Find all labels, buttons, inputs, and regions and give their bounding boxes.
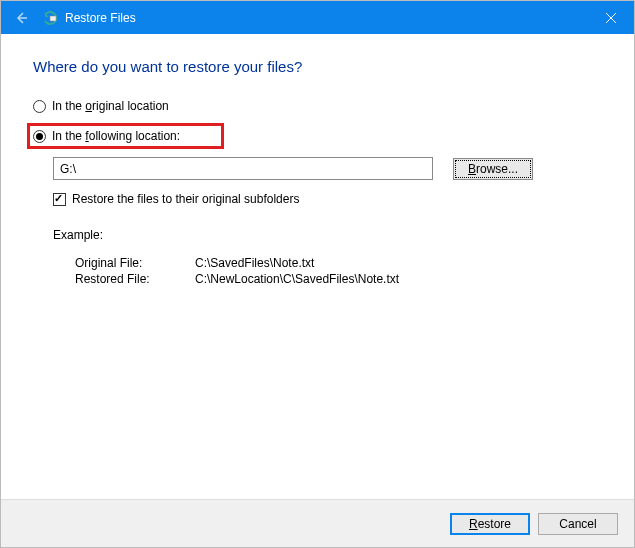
checkbox-label: Restore the files to their original subf… bbox=[72, 192, 299, 206]
original-file-value: C:\SavedFiles\Note.txt bbox=[195, 256, 604, 270]
svg-rect-1 bbox=[50, 16, 56, 21]
cancel-button[interactable]: Cancel bbox=[538, 513, 618, 535]
restored-file-label: Restored File: bbox=[75, 272, 195, 286]
footer: Restore Cancel bbox=[1, 499, 634, 547]
browse-button[interactable]: Browse... bbox=[453, 158, 533, 180]
restore-subfolders-checkbox[interactable]: Restore the files to their original subf… bbox=[53, 192, 604, 206]
restored-file-value: C:\NewLocation\C\SavedFiles\Note.txt bbox=[195, 272, 604, 286]
example-block: Example: Original File: C:\SavedFiles\No… bbox=[53, 228, 604, 286]
original-file-label: Original File: bbox=[75, 256, 195, 270]
radio-original-location[interactable]: In the original location bbox=[33, 99, 604, 113]
radio-following-location[interactable]: In the following location: bbox=[27, 123, 224, 149]
close-button[interactable] bbox=[588, 1, 634, 34]
restore-path-input[interactable] bbox=[53, 157, 433, 180]
back-arrow-icon[interactable] bbox=[13, 10, 29, 26]
titlebar: Restore Files bbox=[1, 1, 634, 34]
radio-label: In the original location bbox=[52, 99, 169, 113]
restore-button[interactable]: Restore bbox=[450, 513, 530, 535]
location-row: Browse... bbox=[53, 157, 604, 180]
restore-files-icon bbox=[43, 10, 59, 26]
content-area: Where do you want to restore your files?… bbox=[1, 34, 634, 286]
radio-label: In the following location: bbox=[52, 129, 180, 143]
page-heading: Where do you want to restore your files? bbox=[33, 58, 604, 75]
checkbox-icon bbox=[53, 193, 66, 206]
window-title: Restore Files bbox=[65, 11, 136, 25]
radio-icon bbox=[33, 100, 46, 113]
example-label: Example: bbox=[53, 228, 604, 242]
radio-icon bbox=[33, 130, 46, 143]
